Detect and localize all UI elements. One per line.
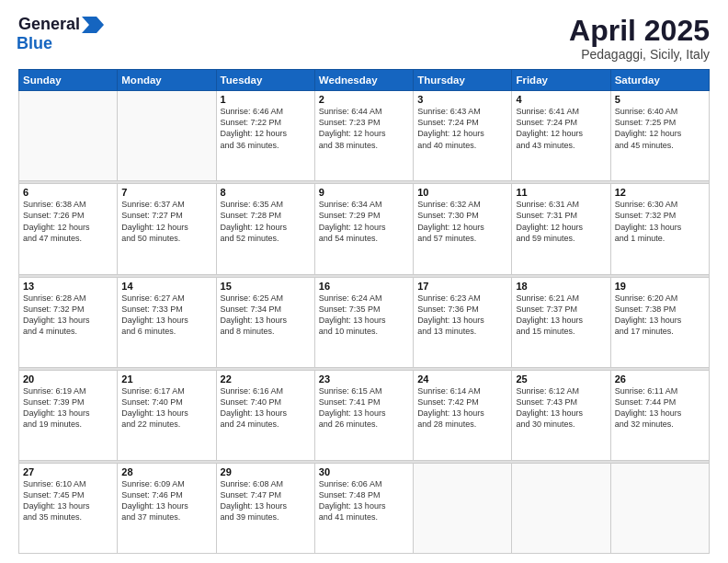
day-info: Sunrise: 6:23 AM Sunset: 7:36 PM Dayligh… <box>417 293 507 338</box>
day-number: 9 <box>319 187 409 198</box>
calendar-cell: 13Sunrise: 6:28 AM Sunset: 7:32 PM Dayli… <box>19 277 118 367</box>
calendar-cell: 28Sunrise: 6:09 AM Sunset: 7:46 PM Dayli… <box>118 463 216 553</box>
calendar-cell: 26Sunrise: 6:11 AM Sunset: 7:44 PM Dayli… <box>610 370 709 460</box>
day-info: Sunrise: 6:11 AM Sunset: 7:44 PM Dayligh… <box>615 385 705 431</box>
day-info: Sunrise: 6:41 AM Sunset: 7:24 PM Dayligh… <box>516 106 606 151</box>
calendar-cell: 24Sunrise: 6:14 AM Sunset: 7:42 PM Dayli… <box>414 370 512 460</box>
calendar-cell <box>414 463 512 553</box>
day-number: 13 <box>23 281 113 292</box>
day-number: 12 <box>615 187 705 198</box>
day-number: 4 <box>516 94 606 105</box>
day-number: 20 <box>23 373 113 385</box>
day-info: Sunrise: 6:31 AM Sunset: 7:31 PM Dayligh… <box>516 199 606 244</box>
day-info: Sunrise: 6:37 AM Sunset: 7:27 PM Dayligh… <box>121 199 211 244</box>
calendar-cell: 18Sunrise: 6:21 AM Sunset: 7:37 PM Dayli… <box>512 277 610 367</box>
calendar-cell: 22Sunrise: 6:16 AM Sunset: 7:40 PM Dayli… <box>216 370 314 460</box>
day-info: Sunrise: 6:15 AM Sunset: 7:41 PM Dayligh… <box>319 385 409 431</box>
calendar-cell: 15Sunrise: 6:25 AM Sunset: 7:34 PM Dayli… <box>216 277 314 367</box>
calendar-cell: 1Sunrise: 6:46 AM Sunset: 7:22 PM Daylig… <box>216 91 314 181</box>
day-number: 22 <box>221 373 311 385</box>
day-number: 29 <box>221 466 311 477</box>
day-info: Sunrise: 6:44 AM Sunset: 7:23 PM Dayligh… <box>319 106 409 151</box>
day-info: Sunrise: 6:25 AM Sunset: 7:34 PM Dayligh… <box>221 293 311 338</box>
calendar-cell: 2Sunrise: 6:44 AM Sunset: 7:23 PM Daylig… <box>314 91 413 181</box>
day-number: 15 <box>221 281 311 292</box>
day-info: Sunrise: 6:38 AM Sunset: 7:26 PM Dayligh… <box>23 199 113 244</box>
day-number: 8 <box>221 187 311 198</box>
day-number: 18 <box>516 281 606 292</box>
calendar-cell: 4Sunrise: 6:41 AM Sunset: 7:24 PM Daylig… <box>512 91 610 181</box>
calendar-cell: 23Sunrise: 6:15 AM Sunset: 7:41 PM Dayli… <box>314 370 413 460</box>
day-info: Sunrise: 6:43 AM Sunset: 7:24 PM Dayligh… <box>417 106 507 151</box>
weekday-header-row: SundayMondayTuesdayWednesdayThursdayFrid… <box>19 70 710 91</box>
day-number: 1 <box>221 94 311 105</box>
day-number: 10 <box>417 187 507 198</box>
calendar-cell: 11Sunrise: 6:31 AM Sunset: 7:31 PM Dayli… <box>512 184 610 274</box>
day-info: Sunrise: 6:30 AM Sunset: 7:32 PM Dayligh… <box>615 199 705 244</box>
day-number: 2 <box>319 94 409 105</box>
day-number: 17 <box>417 281 507 292</box>
calendar-cell: 21Sunrise: 6:17 AM Sunset: 7:40 PM Dayli… <box>118 370 216 460</box>
logo-arrow-icon <box>82 17 104 33</box>
page: General Blue April 2025 Pedagaggi, Sicil… <box>0 0 728 563</box>
day-info: Sunrise: 6:35 AM Sunset: 7:28 PM Dayligh… <box>221 199 311 244</box>
day-info: Sunrise: 6:08 AM Sunset: 7:47 PM Dayligh… <box>221 478 311 523</box>
day-number: 25 <box>516 373 606 385</box>
weekday-header-tuesday: Tuesday <box>216 70 314 91</box>
calendar-week-2: 6Sunrise: 6:38 AM Sunset: 7:26 PM Daylig… <box>19 184 710 274</box>
day-info: Sunrise: 6:06 AM Sunset: 7:48 PM Dayligh… <box>319 478 409 523</box>
day-info: Sunrise: 6:40 AM Sunset: 7:25 PM Dayligh… <box>615 106 705 151</box>
calendar-table: SundayMondayTuesdayWednesdayThursdayFrid… <box>18 69 710 554</box>
day-info: Sunrise: 6:09 AM Sunset: 7:46 PM Dayligh… <box>121 478 211 523</box>
day-number: 24 <box>417 373 507 385</box>
calendar-cell: 9Sunrise: 6:34 AM Sunset: 7:29 PM Daylig… <box>314 184 413 274</box>
day-info: Sunrise: 6:17 AM Sunset: 7:40 PM Dayligh… <box>121 385 211 431</box>
day-number: 23 <box>319 373 409 385</box>
subtitle: Pedagaggi, Sicily, Italy <box>569 47 710 62</box>
weekday-header-friday: Friday <box>512 70 610 91</box>
day-number: 5 <box>615 94 705 105</box>
day-number: 3 <box>417 94 507 105</box>
day-info: Sunrise: 6:16 AM Sunset: 7:40 PM Dayligh… <box>221 385 311 431</box>
day-info: Sunrise: 6:21 AM Sunset: 7:37 PM Dayligh… <box>516 293 606 338</box>
day-info: Sunrise: 6:46 AM Sunset: 7:22 PM Dayligh… <box>221 106 311 151</box>
day-info: Sunrise: 6:20 AM Sunset: 7:38 PM Dayligh… <box>615 293 705 338</box>
day-number: 11 <box>516 187 606 198</box>
calendar-cell: 27Sunrise: 6:10 AM Sunset: 7:45 PM Dayli… <box>19 463 118 553</box>
day-info: Sunrise: 6:14 AM Sunset: 7:42 PM Dayligh… <box>417 385 507 431</box>
day-number: 26 <box>615 373 705 385</box>
calendar-cell: 17Sunrise: 6:23 AM Sunset: 7:36 PM Dayli… <box>414 277 512 367</box>
day-number: 7 <box>121 187 211 198</box>
logo-general-text: General <box>18 15 80 34</box>
calendar-week-1: 1Sunrise: 6:46 AM Sunset: 7:22 PM Daylig… <box>19 91 710 181</box>
calendar-cell <box>118 91 216 181</box>
calendar-week-5: 27Sunrise: 6:10 AM Sunset: 7:45 PM Dayli… <box>19 463 710 553</box>
calendar-cell: 29Sunrise: 6:08 AM Sunset: 7:47 PM Dayli… <box>216 463 314 553</box>
day-info: Sunrise: 6:32 AM Sunset: 7:30 PM Dayligh… <box>417 199 507 244</box>
calendar-week-4: 20Sunrise: 6:19 AM Sunset: 7:39 PM Dayli… <box>19 370 710 460</box>
day-info: Sunrise: 6:12 AM Sunset: 7:43 PM Dayligh… <box>516 385 606 431</box>
header: General Blue April 2025 Pedagaggi, Sicil… <box>18 15 710 62</box>
calendar-cell: 20Sunrise: 6:19 AM Sunset: 7:39 PM Dayli… <box>19 370 118 460</box>
day-number: 19 <box>615 281 705 292</box>
title-block: April 2025 Pedagaggi, Sicily, Italy <box>569 15 710 62</box>
calendar-cell: 30Sunrise: 6:06 AM Sunset: 7:48 PM Dayli… <box>314 463 413 553</box>
day-number: 30 <box>319 466 409 477</box>
calendar-cell: 6Sunrise: 6:38 AM Sunset: 7:26 PM Daylig… <box>19 184 118 274</box>
day-number: 21 <box>121 373 211 385</box>
weekday-header-thursday: Thursday <box>414 70 512 91</box>
day-info: Sunrise: 6:24 AM Sunset: 7:35 PM Dayligh… <box>319 293 409 338</box>
calendar-cell: 7Sunrise: 6:37 AM Sunset: 7:27 PM Daylig… <box>118 184 216 274</box>
day-number: 28 <box>121 466 211 477</box>
day-number: 27 <box>23 466 113 477</box>
calendar-cell <box>610 463 709 553</box>
calendar-cell: 10Sunrise: 6:32 AM Sunset: 7:30 PM Dayli… <box>414 184 512 274</box>
day-info: Sunrise: 6:19 AM Sunset: 7:39 PM Dayligh… <box>23 385 113 431</box>
calendar-cell: 19Sunrise: 6:20 AM Sunset: 7:38 PM Dayli… <box>610 277 709 367</box>
logo-blue-text: Blue <box>17 34 52 53</box>
calendar-cell: 25Sunrise: 6:12 AM Sunset: 7:43 PM Dayli… <box>512 370 610 460</box>
calendar-cell: 8Sunrise: 6:35 AM Sunset: 7:28 PM Daylig… <box>216 184 314 274</box>
day-number: 16 <box>319 281 409 292</box>
calendar-cell: 5Sunrise: 6:40 AM Sunset: 7:25 PM Daylig… <box>610 91 709 181</box>
weekday-header-monday: Monday <box>118 70 216 91</box>
